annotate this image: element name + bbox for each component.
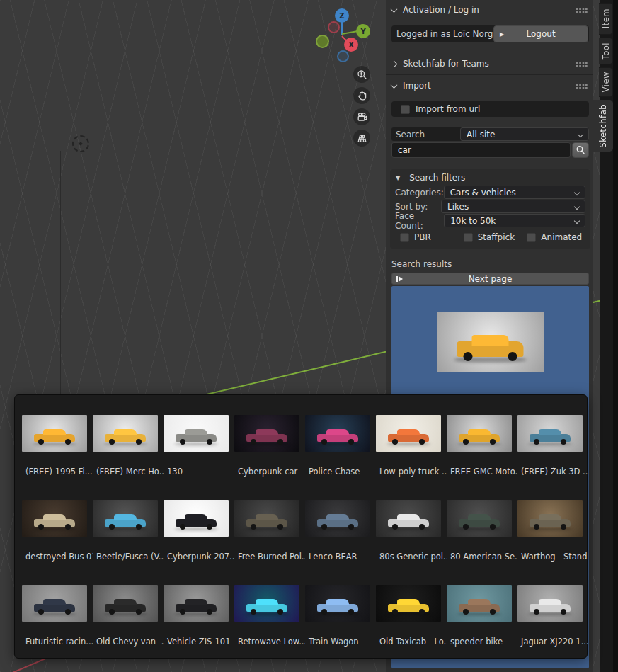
- filter-checkboxes-row: PBR Staffpick Animated: [395, 232, 585, 243]
- result-item[interactable]: (FREE) Merc Ho...: [93, 415, 164, 500]
- axis-y-handle[interactable]: Y: [356, 24, 370, 38]
- search-domain-row: Search All site: [391, 127, 589, 141]
- result-thumbnail[interactable]: [164, 500, 229, 537]
- result-item[interactable]: Beetle/Fusca (V...: [93, 500, 164, 585]
- categories-dropdown[interactable]: Cars & vehicles: [444, 186, 585, 199]
- result-item[interactable]: speeder bike: [447, 585, 517, 670]
- result-item[interactable]: Cyberpunk 207...: [164, 500, 234, 585]
- result-thumbnail[interactable]: [22, 500, 87, 537]
- axis-negz-handle[interactable]: [337, 50, 349, 62]
- result-thumbnail[interactable]: [376, 500, 441, 537]
- result-item[interactable]: Police Chase: [305, 415, 376, 500]
- result-item[interactable]: 80 American Se...: [447, 500, 517, 585]
- result-item[interactable]: Lenco BEAR: [305, 500, 376, 585]
- section-header-activation[interactable]: Activation / Log in: [386, 3, 593, 17]
- hand-pan-icon: [357, 91, 367, 101]
- axis-x-handle[interactable]: X: [344, 38, 358, 52]
- search-results-popup: (FREE) 1995 Fi... (FREE) Merc Ho... 130 …: [14, 394, 588, 659]
- result-item[interactable]: destroyed Bus 01: [22, 500, 93, 585]
- result-item[interactable]: Warthog - Stand...: [517, 500, 588, 585]
- animated-checkbox[interactable]: [527, 233, 536, 242]
- result-item[interactable]: Futuristic racin...: [22, 585, 93, 670]
- section-title: Import: [403, 81, 431, 91]
- result-item-label: (FREE) 1995 Fi...: [22, 467, 93, 477]
- result-thumbnail[interactable]: [376, 415, 441, 452]
- search-domain-dropdown[interactable]: All site: [460, 127, 589, 141]
- result-thumbnail[interactable]: [376, 585, 441, 622]
- result-item[interactable]: (FREE) 1995 Fi...: [22, 415, 93, 500]
- navigation-gizmo[interactable]: Z Y X: [311, 4, 379, 67]
- result-item[interactable]: Retrowave Low...: [234, 585, 305, 670]
- result-thumbnail[interactable]: [164, 585, 229, 622]
- next-page-button[interactable]: Next page: [391, 273, 589, 285]
- result-thumbnail[interactable]: [22, 585, 87, 622]
- search-button[interactable]: [572, 142, 589, 158]
- section-header-import[interactable]: Import: [386, 79, 593, 93]
- pan-button[interactable]: [353, 87, 370, 104]
- pbr-checkbox[interactable]: [400, 233, 409, 242]
- tab-item[interactable]: Item: [599, 3, 613, 35]
- result-thumbnail[interactable]: [93, 415, 158, 452]
- result-thumbnail[interactable]: [517, 585, 583, 622]
- staffpick-label: Staffpick: [478, 232, 515, 242]
- result-thumbnail[interactable]: [517, 500, 583, 537]
- staffpick-checkbox[interactable]: [464, 233, 473, 242]
- result-item[interactable]: Old Chevy van -...: [93, 585, 164, 670]
- axis-negx-handle[interactable]: [328, 21, 340, 33]
- result-item[interactable]: Free Burned Pol...: [234, 500, 305, 585]
- zoom-button[interactable]: [353, 66, 370, 83]
- sort-by-dropdown[interactable]: Likes: [441, 200, 585, 213]
- axis-negy-handle[interactable]: [316, 35, 329, 48]
- axis-z-handle[interactable]: Z: [335, 8, 349, 23]
- result-item[interactable]: Cyberpunk car: [234, 415, 305, 500]
- logout-button[interactable]: ▶ Logout: [493, 25, 588, 42]
- face-count-dropdown[interactable]: 10k to 50k: [444, 214, 585, 227]
- result-item[interactable]: Jaguar XJ220 1...: [517, 585, 588, 670]
- result-item-label: Free Burned Pol...: [234, 552, 305, 562]
- result-item[interactable]: 80s Generic pol...: [376, 500, 447, 585]
- grid-button[interactable]: [353, 130, 370, 147]
- search-input[interactable]: car: [391, 142, 571, 158]
- drag-dots-icon[interactable]: [576, 84, 588, 89]
- result-item[interactable]: Low-poly truck ...: [376, 415, 447, 500]
- tab-view[interactable]: View: [599, 67, 613, 97]
- categories-row: Categories: Cars & vehicles: [395, 186, 585, 199]
- result-thumbnail[interactable]: [22, 415, 87, 452]
- result-thumbnail[interactable]: [234, 415, 299, 452]
- result-item[interactable]: (FREE) Żuk 3D ...: [517, 415, 588, 500]
- result-item[interactable]: Vehicle ZIS-101: [164, 585, 234, 670]
- tab-sketchfab[interactable]: Sketchfab: [593, 100, 613, 152]
- result-item[interactable]: 130: [164, 415, 234, 500]
- section-header-teams[interactable]: Sketchfab for Teams: [386, 57, 593, 71]
- camera-button[interactable]: [353, 108, 370, 125]
- result-item[interactable]: FREE GMC Moto...: [447, 415, 517, 500]
- result-item-label: Warthog - Stand...: [517, 552, 588, 562]
- result-thumbnail[interactable]: [447, 415, 512, 452]
- result-thumbnail[interactable]: [305, 500, 370, 537]
- sort-by-label: Sort by:: [395, 202, 428, 212]
- face-count-label: Face Count:: [395, 211, 444, 231]
- result-thumbnail[interactable]: [234, 500, 299, 537]
- z-axis-line: [60, 151, 61, 395]
- import-from-url-checkbox[interactable]: [401, 105, 410, 114]
- search-domain-value: All site: [461, 130, 495, 139]
- result-thumbnail[interactable]: [93, 585, 158, 622]
- result-thumbnail[interactable]: [93, 500, 158, 537]
- tab-tool[interactable]: Tool: [599, 38, 613, 64]
- result-thumbnail[interactable]: [164, 415, 229, 452]
- result-item[interactable]: Train Wagon: [305, 585, 376, 670]
- result-item-label: Old Chevy van -...: [93, 637, 164, 647]
- result-thumbnail[interactable]: [447, 500, 512, 537]
- result-thumbnail[interactable]: [447, 585, 512, 622]
- search-filters-panel: ▼ Search filters Categories: Cars & vehi…: [390, 169, 590, 249]
- result-thumbnail[interactable]: [517, 415, 583, 452]
- drag-dots-icon[interactable]: [576, 8, 588, 13]
- chevron-down-icon: [574, 203, 580, 209]
- result-thumbnail[interactable]: [305, 585, 370, 622]
- search-filters-header[interactable]: ▼ Search filters: [390, 169, 590, 185]
- result-thumbnail[interactable]: [234, 585, 299, 622]
- result-item[interactable]: Old Taxicab - Lo...: [376, 585, 447, 670]
- drag-dots-icon[interactable]: [576, 62, 588, 67]
- search-label: Search: [391, 130, 425, 139]
- result-thumbnail[interactable]: [305, 415, 370, 452]
